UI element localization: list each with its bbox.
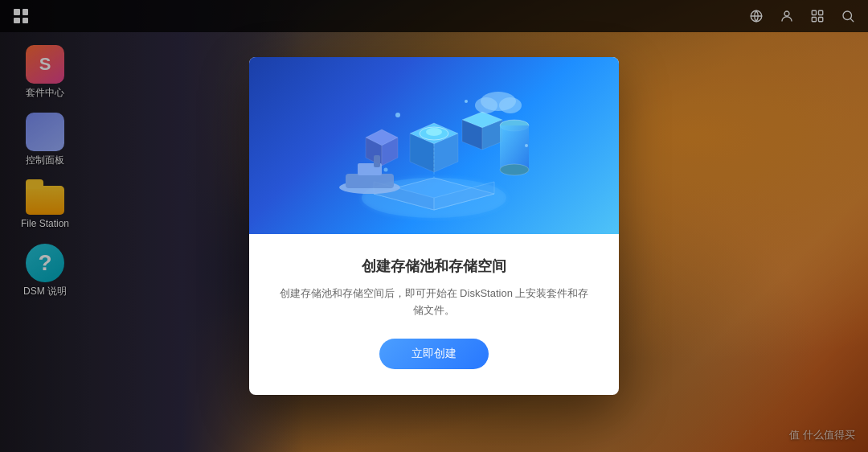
- modal-description: 创建存储池和存储空间后，即可开始在 DiskStation 上安装套件和存储文件…: [278, 286, 590, 319]
- svg-point-21: [500, 164, 529, 175]
- create-now-button[interactable]: 立即创建: [379, 339, 489, 369]
- svg-point-36: [465, 100, 468, 103]
- svg-point-26: [475, 97, 497, 113]
- storage-setup-modal: 创建存储池和存储空间 创建存储池和存储空间后，即可开始在 DiskStation…: [249, 57, 619, 395]
- modal-overlay: 创建存储池和存储空间 创建存储池和存储空间后，即可开始在 DiskStation…: [0, 0, 868, 452]
- svg-point-34: [525, 144, 528, 147]
- iso-illustration-svg: [249, 57, 619, 234]
- svg-rect-29: [346, 174, 394, 188]
- svg-rect-20: [500, 125, 529, 170]
- modal-illustration: [249, 57, 619, 234]
- svg-point-33: [395, 113, 400, 117]
- modal-body: 创建存储池和存储空间 创建存储池和存储空间后，即可开始在 DiskStation…: [249, 234, 619, 395]
- svg-point-27: [499, 97, 522, 113]
- svg-point-35: [384, 168, 388, 172]
- svg-rect-31: [374, 155, 380, 167]
- svg-point-15: [426, 128, 442, 136]
- modal-title: 创建存储池和存储空间: [278, 257, 590, 276]
